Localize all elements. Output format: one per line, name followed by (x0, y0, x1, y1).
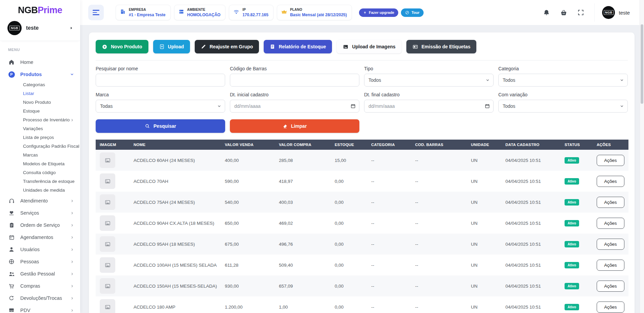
label-emission-button[interactable]: Emissão de Etiquetas (406, 40, 477, 53)
cell-data-cadastro: 04/04/2025 10:51 (501, 213, 560, 234)
user-menu[interactable]: NGB teste (594, 3, 639, 22)
cell-estoque: 0,00 (331, 192, 367, 213)
cell-data-cadastro: 04/04/2025 10:51 (501, 296, 560, 313)
calendar-icon (351, 104, 356, 109)
type-select[interactable]: Todos (364, 74, 494, 87)
sidebar-subitem-novo-produto[interactable]: Novo Produto (0, 98, 80, 107)
filters: Pesquisar por nome Código de Barras Tipo… (96, 66, 628, 113)
app-logo[interactable]: NGBPrime (0, 0, 80, 18)
row-actions-button[interactable]: Ações (597, 176, 624, 187)
row-actions-button[interactable]: Ações (597, 260, 624, 271)
filter-category: Categoria Todos (498, 66, 628, 87)
sidebar-subitem-listar[interactable]: Listar (0, 89, 80, 98)
info-card-plano[interactable]: PLANOBasic Mensal (até 28/12/2025) (277, 5, 352, 20)
chevron-down-icon (70, 72, 74, 76)
sidebar-subitem-processo-de-inventario[interactable]: Processo de Inventário (0, 116, 80, 124)
table-header: IMAGEM NOME VALOR VENDA VALOR COMPRA EST… (96, 140, 628, 150)
sidebar-subitem-variacoes[interactable]: Variações (0, 124, 80, 133)
layers-icon (178, 9, 184, 15)
basket-button[interactable] (560, 9, 567, 16)
new-product-button[interactable]: Novo Produto (96, 40, 148, 53)
cell-nome: ACDELCO 75AH (24 MESES) (129, 192, 221, 213)
product-image-placeholder (100, 299, 115, 313)
upgrade-button[interactable]: Fazer upgrade (359, 8, 398, 17)
brand-select[interactable]: Todas (96, 100, 225, 113)
upload-button[interactable]: Upload (153, 40, 190, 53)
chevron-right-icon (70, 223, 74, 227)
chevron-right-icon (70, 309, 74, 312)
date-start-input[interactable]: dd/mm/aaaa (230, 100, 359, 113)
sidebar-subitem-estoque[interactable]: Estoque (0, 107, 80, 116)
row-actions-button[interactable]: Ações (597, 302, 624, 313)
row-actions-button[interactable]: Ações (597, 239, 624, 250)
fullscreen-button[interactable] (577, 9, 584, 16)
sidebar-user-menu[interactable]: NGB teste (0, 18, 80, 41)
fullscreen-icon (577, 9, 584, 16)
cell-cod-barras: -- (411, 296, 467, 313)
toolbar: Novo Produto Upload Reajuste em Grupo Re… (96, 40, 628, 53)
cell-valor-venda: 611,28 (221, 255, 275, 275)
sidebar-item-usuarios[interactable]: Usuários (0, 243, 80, 256)
col-data-cadastro: DATA CADASTRO (501, 140, 560, 150)
arrow-up-icon (363, 11, 367, 15)
produtos-icon: P (8, 71, 15, 78)
sidebar-item-agendamentos[interactable]: Agendamentos (0, 231, 80, 243)
clear-button[interactable]: Limpar (230, 119, 359, 133)
sidebar-subitem-marcas[interactable]: Marcas (0, 151, 80, 160)
table-row: ACDELCO 100AH (15 MESES) SELADA 611,28 5… (96, 255, 628, 275)
chevron-down-icon (217, 104, 221, 109)
sidebar-subitem-lista-de-precos[interactable]: Lista de preços (0, 133, 80, 142)
cell-estoque: 0,00 (331, 213, 367, 234)
date-end-input[interactable]: dd/mm/aaaa (364, 100, 494, 113)
sidebar-item-ordem-de-servico[interactable]: Ordem de Serviço (0, 219, 80, 231)
sidebar-subitem-modelos-de-etiqueta[interactable]: Modelos de Etiqueta (0, 160, 80, 168)
chevron-right-icon (70, 296, 74, 300)
menu-toggle-button[interactable] (88, 5, 104, 20)
sidebar-subitem-unidades-de-medida[interactable]: Unidades de medida (0, 186, 80, 195)
cell-valor-venda: 650,00 (221, 213, 275, 234)
sidebar-item-home[interactable]: Home (0, 56, 80, 68)
row-actions-button[interactable]: Ações (597, 155, 624, 166)
name-input[interactable] (96, 74, 225, 87)
category-select[interactable]: Todos (498, 74, 628, 87)
cell-estoque: 0,00 (331, 255, 367, 275)
sidebar-item-gestao-pessoal[interactable]: Gestão Pessoal (0, 268, 80, 280)
filter-type: Tipo Todos (364, 66, 494, 87)
status-badge: Ativo (565, 178, 579, 185)
stock-report-button[interactable]: Relatório de Estoque (264, 40, 332, 53)
topbar-actions: NGB teste (543, 3, 639, 22)
barcode-input[interactable] (230, 74, 359, 87)
row-actions-button[interactable]: Ações (597, 218, 624, 229)
cell-valor-compra: 509,40 (275, 255, 331, 275)
sidebar-subitem-configuracao-padrao-fiscal[interactable]: Configuração Padrão Fiscal (0, 142, 80, 151)
sidebar-item-servicos[interactable]: Serviços (0, 207, 80, 219)
scrollbar-thumb[interactable] (641, 24, 643, 104)
info-card-empresa[interactable]: EMPRESA#1 - Empresa Teste (116, 5, 171, 20)
sidebar-item-pessoas[interactable]: Pessoas (0, 256, 80, 268)
logo-text-bold: NGB (18, 5, 38, 15)
variation-select[interactable]: Todos (498, 100, 628, 113)
col-estoque: ESTOQUE (331, 140, 367, 150)
table-row: ACDELCO 90AH CX.ALTA (18 MESES) 650,00 4… (96, 213, 628, 234)
row-actions-button[interactable]: Ações (597, 281, 624, 292)
row-actions-button[interactable]: Ações (597, 197, 624, 208)
sidebar-subitem-categorias[interactable]: Categorias (0, 80, 80, 89)
sidebar-subitem-transferencia-de-estoque[interactable]: Transferência de estoque (0, 177, 80, 186)
group-adjust-button[interactable]: Reajuste em Grupo (195, 40, 259, 53)
sidebar-item-produtos[interactable]: P Produtos (0, 68, 80, 80)
image-upload-button[interactable]: Upload de Imagens (337, 40, 401, 53)
search-button[interactable]: Pesquisar (96, 119, 225, 133)
sidebar-item-pdv[interactable]: PDV (0, 304, 80, 313)
sidebar-subitem-consulta-codigo[interactable]: Consulta código (0, 168, 80, 177)
tour-button[interactable]: Tour (401, 8, 424, 17)
cell-cod-barras: -- (411, 234, 467, 255)
scrollbar[interactable] (640, 0, 644, 313)
cell-categoria: -- (367, 275, 411, 296)
notifications-button[interactable] (543, 9, 550, 16)
sidebar-nav: Home P Produtos Categorias Listar Novo P… (0, 56, 80, 313)
sidebar-item-atendimento[interactable]: Atendimento (0, 195, 80, 207)
sidebar-item-compras[interactable]: Compras (0, 280, 80, 292)
col-unidade: UNIDADE (467, 140, 501, 150)
sidebar-item-devolucoes-trocas[interactable]: Devoluções/Trocas (0, 292, 80, 304)
cell-estoque: 0,00 (331, 275, 367, 296)
